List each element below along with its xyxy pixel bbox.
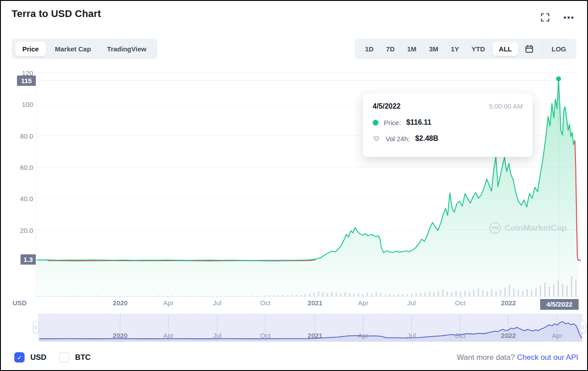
nav-tick: Apr xyxy=(343,332,383,339)
nav-tick: 2022 xyxy=(488,332,529,339)
x-tick: Oct xyxy=(440,299,480,307)
usd-checkbox-label: USD xyxy=(30,353,46,362)
nav-tick: 2021 xyxy=(295,332,335,339)
btc-checkbox-label: BTC xyxy=(75,353,91,362)
tooltip-vol-value: $2.48B xyxy=(415,135,438,143)
nav-tick: Apr xyxy=(148,332,189,339)
range-1m[interactable]: 1M xyxy=(402,42,421,56)
volume-series-icon xyxy=(373,135,380,142)
nav-tick: Oct xyxy=(245,332,286,339)
y-tick: 40.0 xyxy=(11,195,33,202)
tab-price[interactable]: Price xyxy=(15,42,46,56)
more-menu-icon[interactable]: ••• xyxy=(563,15,575,20)
nav-tick: Jul xyxy=(197,332,237,339)
chart-module: { "header": { "title": "Terra to USD Cha… xyxy=(0,0,588,371)
low-price-badge: 1.3 xyxy=(21,254,36,265)
nav-tick: Apr xyxy=(537,332,577,339)
coinmarketcap-watermark: CoinMarketCap xyxy=(489,222,567,234)
usd-currency-toggle[interactable]: ✓ USD xyxy=(14,352,46,363)
high-price-badge: 115 xyxy=(17,76,36,86)
log-toggle[interactable]: LOG xyxy=(547,42,571,56)
y-tick: 100 xyxy=(11,101,33,108)
tab-market-cap[interactable]: Market Cap xyxy=(48,42,98,56)
x-tick: 2022 xyxy=(488,299,529,307)
tooltip-vol-label: Vol 24h: xyxy=(386,135,410,143)
range-7d[interactable]: 7D xyxy=(381,42,399,56)
range-selector: 1D 7D 1M 3M 1Y YTD ALL LOG xyxy=(355,38,576,59)
x-tick: 2021 xyxy=(295,299,335,307)
range-all[interactable]: ALL xyxy=(492,42,518,56)
x-tick: Apr xyxy=(343,299,383,307)
y-tick: 80.0 xyxy=(11,132,33,140)
divider xyxy=(542,44,542,54)
price-series-dot-icon xyxy=(373,120,378,126)
y-tick: 20.0 xyxy=(11,227,33,234)
chart-tooltip: 4/5/2022 5:00:00 AM Price: $116.11 Vol 2… xyxy=(363,93,533,157)
fullscreen-icon[interactable] xyxy=(540,13,550,22)
nav-tick: Jul xyxy=(391,332,432,339)
calendar-button[interactable] xyxy=(521,42,538,55)
tab-tradingview[interactable]: TradingView xyxy=(100,42,154,56)
x-tick: Apr xyxy=(148,299,189,307)
range-1y[interactable]: 1Y xyxy=(446,42,464,56)
usd-checkbox[interactable]: ✓ xyxy=(14,352,25,363)
range-3m[interactable]: 3M xyxy=(424,42,443,56)
navigator-left-handle[interactable]: || xyxy=(33,321,39,333)
x-tick: Jul xyxy=(197,299,237,307)
tooltip-price-label: Price: xyxy=(384,119,401,126)
btc-checkbox[interactable] xyxy=(59,352,69,363)
y-axis-unit-label: USD xyxy=(13,299,27,307)
api-link[interactable]: Check out our API xyxy=(517,353,578,362)
x-tick: Jul xyxy=(391,299,432,307)
page-title: Terra to USD Chart xyxy=(12,8,101,20)
tooltip-time: 5:00:00 AM xyxy=(489,102,523,110)
tooltip-date: 4/5/2022 xyxy=(373,102,400,110)
tooltip-price-value: $116.11 xyxy=(406,118,431,126)
nav-tick: Oct xyxy=(440,332,480,339)
y-tick: 60.0 xyxy=(11,164,33,171)
navigator-right-handle[interactable]: || xyxy=(580,321,586,333)
range-ytd[interactable]: YTD xyxy=(466,42,490,56)
calendar-icon xyxy=(525,44,534,54)
watermark-text: CoinMarketCap xyxy=(504,223,567,233)
coinmarketcap-logo-icon xyxy=(489,222,501,234)
api-prompt-text: Want more data? xyxy=(457,353,515,362)
btc-currency-toggle[interactable]: BTC xyxy=(59,352,91,363)
range-1d[interactable]: 1D xyxy=(360,42,378,56)
x-tick: 2020 xyxy=(100,299,140,307)
crosshair-date-badge: 4/5/2022 xyxy=(540,299,579,310)
x-tick: Oct xyxy=(245,299,286,307)
chart-type-tabs: Price Market Cap TradingView xyxy=(12,38,157,59)
nav-tick: 2020 xyxy=(100,332,140,339)
